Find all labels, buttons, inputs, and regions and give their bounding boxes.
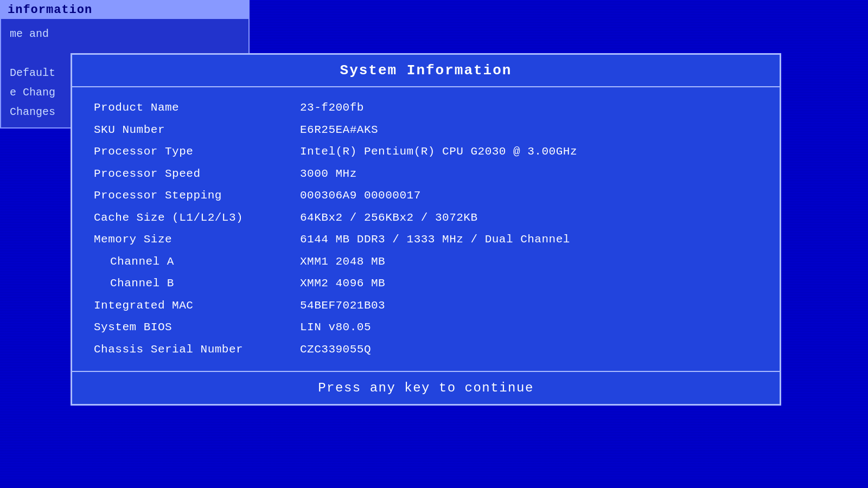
info-label-11: Chassis Serial Number [94,341,300,359]
info-label-2: Processor Type [94,143,300,161]
info-label-10: System BIOS [94,319,300,337]
info-value-7: XMM1 2048 MB [300,253,385,271]
info-value-1: E6R25EA#AKS [300,121,378,139]
info-row-4: Processor Stepping000306A9 00000017 [94,185,758,207]
info-value-6: 6144 MB DDR3 / 1333 MHz / Dual Channel [300,231,570,249]
info-row-9: Integrated MAC54BEF7021B03 [94,295,758,317]
info-value-0: 23-f200fb [300,99,364,117]
dialog-footer[interactable]: Press any key to continue [72,371,780,404]
info-value-4: 000306A9 00000017 [300,187,421,205]
info-row-3: Processor Speed3000 MHz [94,163,758,185]
info-row-8: Channel BXMM2 4096 MB [94,273,758,295]
info-label-0: Product Name [94,99,300,117]
dialog-title: System Information [72,55,780,87]
info-label-1: SKU Number [94,121,300,139]
info-row-6: Memory Size6144 MB DDR3 / 1333 MHz / Dua… [94,229,758,251]
info-label-5: Cache Size (L1/L2/L3) [94,209,300,227]
info-label-6: Memory Size [94,231,300,249]
info-row-5: Cache Size (L1/L2/L3)64KBx2 / 256KBx2 / … [94,207,758,229]
info-row-0: Product Name23-f200fb [94,97,758,119]
bg-panel-title: information [1,1,248,19]
bg-panel-line-1: me and [10,24,240,44]
info-value-11: CZC339055Q [300,341,371,359]
info-row-1: SKU NumberE6R25EA#AKS [94,119,758,142]
dialog-content: Product Name23-f200fbSKU NumberE6R25EA#A… [72,87,780,361]
info-label-8: Channel B [94,275,300,293]
info-label-4: Processor Stepping [94,187,300,205]
info-row-10: System BIOSLIN v80.05 [94,317,758,339]
info-value-8: XMM2 4096 MB [300,275,385,293]
info-value-10: LIN v80.05 [300,319,371,337]
system-info-dialog: System Information Product Name23-f200fb… [71,53,781,406]
info-label-3: Processor Speed [94,165,300,183]
info-value-2: Intel(R) Pentium(R) CPU G2030 @ 3.00GHz [300,143,577,161]
info-row-7: Channel AXMM1 2048 MB [94,251,758,273]
info-value-9: 54BEF7021B03 [300,297,385,315]
info-row-11: Chassis Serial NumberCZC339055Q [94,339,758,361]
info-row-2: Processor TypeIntel(R) Pentium(R) CPU G2… [94,141,758,163]
info-label-9: Integrated MAC [94,297,300,315]
info-label-7: Channel A [94,253,300,271]
info-value-5: 64KBx2 / 256KBx2 / 3072KB [300,209,478,227]
info-value-3: 3000 MHz [300,165,357,183]
